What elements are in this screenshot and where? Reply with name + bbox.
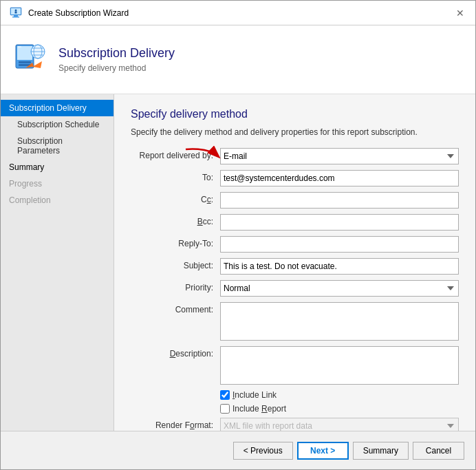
footer: < Previous Next > Summary Cancel: [1, 431, 475, 469]
comment-row: Comment:: [131, 302, 459, 341]
render-format-label: Render Format:: [131, 418, 220, 430]
include-link-row: Include Link: [220, 390, 459, 400]
cc-input[interactable]: [220, 192, 459, 209]
content-area: Subscription Delivery Subscription Sched…: [1, 94, 475, 431]
header-subtitle: Specify delivery method: [58, 63, 175, 73]
include-report-row: Include Report: [220, 404, 459, 414]
to-label: To:: [131, 170, 220, 182]
sidebar-item-summary[interactable]: Summary: [1, 159, 113, 175]
priority-select[interactable]: Normal High Low: [220, 280, 459, 297]
report-delivered-by-row: Report delivered by: E-mail File Share: [131, 148, 459, 164]
header-area: Subscription Delivery Specify delivery m…: [1, 25, 475, 94]
svg-rect-7: [17, 46, 32, 60]
reply-to-input[interactable]: [220, 236, 459, 253]
to-input[interactable]: [220, 170, 459, 186]
include-report-label[interactable]: Include Report: [232, 404, 286, 414]
wizard-window: Create Subscription Wizard ✕: [0, 0, 476, 470]
render-format-select[interactable]: XML file with report data CSV (comma del…: [220, 418, 459, 431]
cancel-button[interactable]: Cancel: [413, 442, 464, 460]
reply-to-row: Reply-To:: [131, 236, 459, 253]
include-link-label[interactable]: Include Link: [232, 390, 277, 400]
header-text: Subscription Delivery Specify delivery m…: [58, 46, 175, 73]
title-bar-left: Create Subscription Wizard: [9, 6, 129, 20]
comment-textarea[interactable]: [220, 302, 459, 341]
bcc-label: Bcc:: [131, 214, 220, 226]
window-body: Subscription Delivery Specify delivery m…: [1, 25, 475, 469]
sidebar-item-subscription-parameters[interactable]: Subscription Parameters: [1, 133, 113, 159]
red-arrow-indicator: [180, 144, 221, 169]
summary-button[interactable]: Summary: [353, 442, 409, 460]
section-title: Specify delivery method: [131, 108, 459, 120]
include-link-checkbox[interactable]: [220, 390, 230, 400]
bcc-input[interactable]: [220, 214, 459, 231]
sidebar-item-subscription-delivery[interactable]: Subscription Delivery: [1, 100, 113, 116]
cc-row: Cc:: [131, 192, 459, 209]
report-delivered-by-container: E-mail File Share: [220, 148, 459, 164]
svg-point-4: [15, 9, 17, 11]
sidebar-item-completion: Completion: [1, 192, 113, 209]
section-description: Specify the delivery method and delivery…: [131, 127, 459, 137]
header-icon: [12, 42, 47, 78]
svg-rect-9: [19, 61, 31, 63]
report-delivered-by-select[interactable]: E-mail File Share: [220, 148, 459, 164]
window-title: Create Subscription Wizard: [28, 8, 129, 18]
subject-label: Subject:: [131, 258, 220, 270]
priority-label: Priority:: [131, 280, 220, 292]
svg-rect-3: [12, 17, 19, 18]
priority-row: Priority: Normal High Low: [131, 280, 459, 297]
sidebar: Subscription Delivery Subscription Sched…: [1, 94, 114, 431]
title-bar: Create Subscription Wizard ✕: [1, 1, 475, 25]
render-format-row: Render Format: XML file with report data…: [131, 418, 459, 431]
description-row: Description:: [131, 346, 459, 385]
next-button[interactable]: Next >: [297, 442, 349, 460]
subject-input[interactable]: [220, 258, 459, 275]
close-button[interactable]: ✕: [453, 6, 467, 20]
bcc-row: Bcc:: [131, 214, 459, 231]
wizard-icon: [9, 6, 23, 20]
previous-button[interactable]: < Previous: [233, 442, 293, 460]
include-report-checkbox[interactable]: [220, 404, 230, 414]
reply-to-label: Reply-To:: [131, 236, 220, 248]
svg-rect-5: [15, 11, 17, 13]
cc-label: Cc:: [131, 192, 220, 204]
sidebar-item-subscription-schedule[interactable]: Subscription Schedule: [1, 116, 113, 133]
svg-rect-2: [14, 15, 18, 17]
description-label: Description:: [131, 346, 220, 359]
header-title: Subscription Delivery: [58, 46, 175, 61]
description-textarea[interactable]: [220, 346, 459, 385]
subject-row: Subject:: [131, 258, 459, 275]
comment-label: Comment:: [131, 302, 220, 314]
main-content: Specify delivery method Specify the deli…: [114, 94, 475, 431]
to-row: To:: [131, 170, 459, 186]
sidebar-item-progress: Progress: [1, 175, 113, 192]
